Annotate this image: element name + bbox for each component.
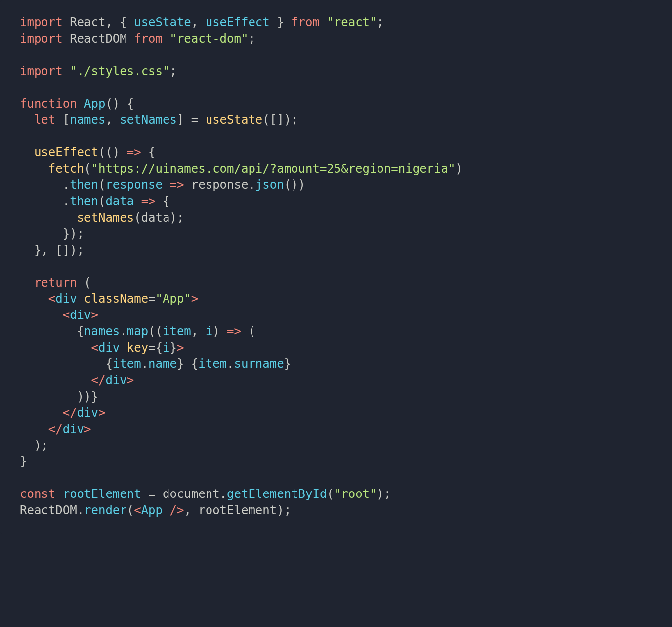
code-line: return (	[20, 276, 91, 290]
code-line: </div>	[20, 422, 91, 436]
code-token	[20, 373, 91, 387]
code-token: ,	[105, 113, 120, 127]
code-token	[134, 194, 141, 208]
code-token: from	[291, 15, 320, 29]
code-token: getElementById	[227, 487, 327, 501]
code-token: <	[63, 308, 70, 322]
code-token: useEffect	[206, 15, 270, 29]
code-token: .	[227, 357, 234, 371]
code-token: =	[148, 292, 155, 306]
code-block: import React, { useState, useEffect } fr…	[0, 0, 632, 534]
code-token	[20, 113, 34, 127]
code-line: import "./styles.css";	[20, 64, 177, 78]
code-token: import	[20, 64, 63, 78]
code-token: )	[212, 324, 227, 338]
code-line: );	[20, 439, 48, 452]
code-token: ={	[148, 341, 163, 355]
code-token: ;	[169, 64, 176, 78]
code-line: });	[20, 227, 84, 241]
code-token: setNames	[120, 113, 177, 127]
code-token	[77, 292, 84, 306]
code-line: ReactDOM.render(<App />, rootElement);	[20, 503, 291, 517]
code-token	[63, 15, 70, 29]
code-token: className	[84, 292, 148, 306]
code-line: ))}	[20, 390, 98, 403]
code-line: import React, { useState, useEffect } fr…	[20, 15, 384, 29]
code-token	[20, 308, 63, 322]
code-token: render	[84, 503, 127, 517]
code-line: fetch("https://uinames.com/api/?amount=2…	[20, 162, 462, 176]
code-token: ,	[191, 15, 206, 29]
code-token: div	[105, 373, 126, 387]
code-token: } {	[177, 357, 198, 371]
code-token: {	[20, 324, 84, 338]
code-token: "App"	[156, 292, 191, 306]
code-token: >	[191, 292, 198, 306]
code-token: {	[156, 194, 170, 208]
code-token: useState	[134, 15, 191, 29]
code-token: =>	[141, 194, 156, 208]
code-token: {	[20, 357, 113, 371]
code-token: data	[105, 194, 134, 208]
code-line: {names.map((item, i) => (	[20, 324, 255, 338]
code-token: });	[20, 227, 84, 241]
code-token	[20, 276, 34, 290]
code-token: names	[84, 324, 120, 338]
code-token: .	[20, 194, 70, 208]
code-token: let	[34, 113, 55, 127]
code-line: <div className="App">	[20, 292, 198, 306]
code-token: ())	[284, 178, 305, 192]
code-token: from	[134, 32, 163, 45]
code-token: , rootElement);	[184, 503, 291, 517]
code-token: response.	[184, 178, 255, 192]
code-line: {item.name} {item.surname}	[20, 357, 291, 371]
code-token	[20, 145, 34, 159]
code-token: ))}	[20, 390, 98, 403]
code-token	[120, 341, 126, 355]
code-token: "https://uinames.com/api/?amount=25&regi…	[91, 162, 456, 176]
code-token: ReactDOM.	[20, 503, 84, 517]
code-line: let [names, setNames] = useState([]);	[20, 113, 298, 127]
code-line: .then(response => response.json())	[20, 178, 305, 192]
code-token: >	[91, 308, 98, 322]
code-line: setNames(data);	[20, 211, 184, 224]
code-token: key	[127, 341, 148, 355]
code-line: <div>	[20, 308, 98, 322]
code-token: then	[70, 178, 98, 192]
code-line: <div key={i}>	[20, 341, 184, 355]
code-token: );	[377, 487, 391, 501]
code-token: }, []);	[20, 243, 84, 257]
code-token: =>	[169, 178, 184, 192]
code-line: </div>	[20, 406, 105, 420]
code-token: />	[169, 503, 184, 517]
code-token: ] =	[177, 113, 206, 127]
code-token: <	[134, 503, 141, 517]
code-token	[20, 406, 63, 420]
code-token: = document.	[141, 487, 227, 501]
code-token: response	[105, 178, 163, 192]
code-line: </div>	[20, 373, 134, 387]
code-token: fetch	[48, 162, 84, 176]
code-token: }	[270, 15, 291, 29]
code-token: map	[127, 324, 148, 338]
code-token: () {	[105, 97, 134, 111]
code-token: React	[70, 15, 105, 29]
code-token: setNames	[77, 211, 134, 224]
code-token: json	[255, 178, 284, 192]
code-line: }, []);	[20, 243, 84, 257]
code-token: div	[63, 422, 84, 436]
code-token: <	[48, 292, 55, 306]
code-token: (	[84, 162, 91, 176]
code-token: rootElement	[63, 487, 141, 501]
code-token: i	[163, 341, 169, 355]
code-token: ,	[191, 324, 206, 338]
code-token	[55, 487, 62, 501]
code-token: .	[141, 357, 148, 371]
code-token: {	[141, 145, 156, 159]
code-token: then	[70, 194, 98, 208]
code-token: }	[284, 357, 291, 371]
code-token: );	[20, 439, 48, 452]
code-token: div	[98, 341, 120, 355]
code-token: ([]);	[262, 113, 298, 127]
code-token	[163, 178, 169, 192]
